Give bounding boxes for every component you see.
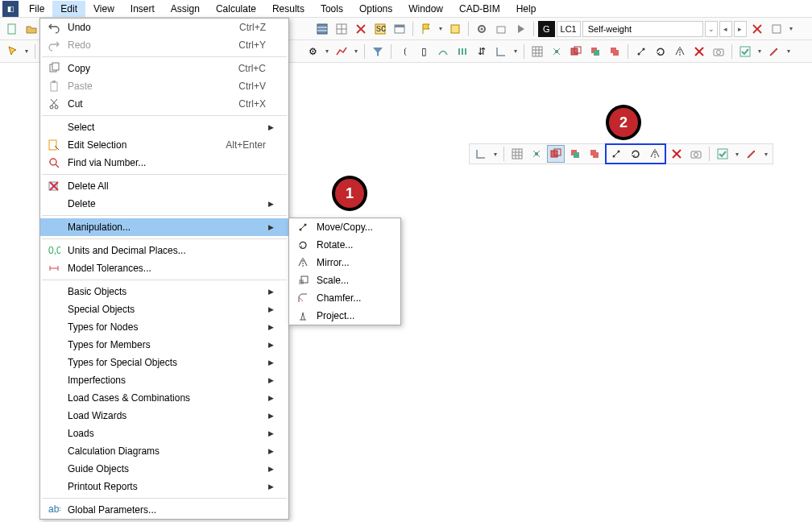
gear2-icon[interactable]: ⚙ [304,43,321,60]
menu-insert[interactable]: Insert [122,1,163,17]
dropdown-icon[interactable]: ▾ [762,151,770,158]
cursor-icon[interactable] [3,43,21,60]
pencil2-icon[interactable] [743,145,760,163]
menu-file[interactable]: File [21,1,52,17]
gear-icon[interactable] [473,20,491,38]
rotate-icon[interactable] [652,43,669,60]
edit-menu-units-and-decimal-places-[interactable]: 0,00Units and Decimal Places... [40,242,288,259]
edit-menu-types-for-special-objects[interactable]: Types for Special Objects▶ [40,354,288,371]
pencil-icon[interactable] [765,43,783,60]
menu-edit[interactable]: Edit [52,1,85,17]
dropdown-icon[interactable]: ▾ [352,48,360,55]
filter-icon[interactable] [369,43,387,60]
delete2-icon[interactable] [668,145,686,163]
copy-node-icon[interactable] [567,43,585,60]
support-icon[interactable] [434,43,452,60]
menu-assign[interactable]: Assign [163,1,208,17]
table-icon[interactable] [313,20,331,38]
check-icon[interactable] [736,43,754,60]
bars-icon[interactable] [454,43,471,60]
script-icon[interactable]: sc [371,20,389,38]
submenu-chamfer-[interactable]: Chamfer... [289,289,400,307]
open-icon[interactable] [23,20,40,38]
edit-menu-load-cases-combinations[interactable]: Load Cases & Combinations▶ [40,389,288,407]
copy-active-icon[interactable] [547,145,565,163]
edit-menu-load-wizards[interactable]: Load Wizards▶ [40,407,288,425]
edit-menu-guide-objects[interactable]: Guide Objects▶ [40,460,288,478]
dropdown-icon[interactable]: ▾ [512,48,520,55]
submenu-mirror-[interactable]: Mirror... [289,254,400,271]
copy-node2-icon[interactable] [586,43,604,60]
mirror2-icon[interactable] [646,145,664,163]
delete-icon[interactable] [690,43,708,60]
check2-icon[interactable] [714,145,731,163]
move2-icon[interactable] [607,145,625,163]
edit-menu-special-objects[interactable]: Special Objects▶ [40,300,288,318]
copy-b-icon[interactable] [566,145,584,163]
edit-menu-cut[interactable]: CutCtrl+X [40,95,288,113]
play-icon[interactable] [512,20,529,38]
corner-icon[interactable] [492,43,510,60]
mirror-icon[interactable] [671,43,689,60]
new-icon[interactable] [3,20,21,38]
edit-menu-global-parameters-[interactable]: ab=Global Parameters... [40,501,288,519]
lc-tool-icon[interactable] [768,20,785,38]
menu-view[interactable]: View [85,1,122,17]
submenu-move-copy-[interactable]: Move/Copy... [289,218,400,236]
camera2-icon[interactable] [687,145,705,163]
edit-menu-types-for-nodes[interactable]: Types for Nodes▶ [40,318,288,336]
move-icon[interactable] [632,43,650,60]
dropdown-icon[interactable]: ▾ [756,48,764,55]
rotate2-icon[interactable] [627,145,644,163]
edit-menu-delete-all[interactable]: Delete All [40,177,288,195]
edit-menu-copy[interactable]: CopyCtrl+C [40,60,288,77]
edit-menu-select[interactable]: Select▶ [40,118,288,136]
edit-menu-types-for-members[interactable]: Types for Members▶ [40,336,288,354]
edit-menu-undo[interactable]: UndoCtrl+Z [40,19,288,36]
edit-menu-manipulation-[interactable]: Manipulation...▶ [40,218,288,236]
grid-icon[interactable] [333,20,350,38]
dropdown-icon[interactable]: ▾ [491,151,499,158]
copy-node3-icon[interactable] [606,43,624,60]
edit-menu-imperfections[interactable]: Imperfections▶ [40,371,288,389]
grid2-icon[interactable] [528,43,546,60]
delete-lc-icon[interactable] [748,20,766,38]
flag2-icon[interactable] [446,20,464,38]
edit-menu-printout-reports[interactable]: Printout Reports▶ [40,478,288,495]
menu-tools[interactable]: Tools [313,1,351,17]
edit-menu-delete[interactable]: Delete▶ [40,195,288,213]
dropdown-icon[interactable]: ▾ [733,151,741,158]
loadcase-dropdown-icon[interactable]: ⌄ [705,21,718,37]
edit-menu-find-via-number-[interactable]: Find via Number... [40,154,288,172]
dropdown-icon[interactable]: ▾ [785,48,793,55]
edit-menu-basic-objects[interactable]: Basic Objects▶ [40,283,288,300]
next-loadcase-button[interactable]: ▸ [734,21,747,37]
dropdown-icon[interactable]: ▾ [787,25,795,32]
bracket1-icon[interactable]: ⟮ [396,43,413,60]
edit-menu-redo[interactable]: RedoCtrl+Y [40,36,288,54]
dropdown-icon[interactable]: ▾ [323,48,331,55]
menu-window[interactable]: Window [400,1,451,17]
submenu-rotate-[interactable]: Rotate... [289,236,400,254]
load-case-select[interactable]: Self-weight [582,21,703,37]
edit-menu-calculation-diagrams[interactable]: Calculation Diagrams▶ [40,442,288,460]
bracket2-icon[interactable]: ▯ [415,43,433,60]
window-icon[interactable] [391,20,408,38]
node-icon[interactable] [548,43,566,60]
submenu-scale-[interactable]: Scale... [289,271,400,289]
menu-results[interactable]: Results [264,1,313,17]
edit-menu-model-tolerances-[interactable]: Model Tolerances... [40,259,288,277]
edit-menu-paste[interactable]: PasteCtrl+V [40,77,288,95]
dropdown-icon[interactable]: ▾ [23,48,31,55]
arrows-icon[interactable]: ⇵ [473,43,491,60]
dropdown-icon[interactable]: ▾ [437,25,445,32]
grid3-icon[interactable] [508,145,526,163]
box-icon[interactable] [492,20,510,38]
corner2-icon[interactable] [472,145,490,163]
edit-menu-edit-selection[interactable]: Edit SelectionAlt+Enter [40,136,288,154]
submenu-project-[interactable]: Project... [289,307,400,325]
chart-icon[interactable] [333,43,350,60]
node2-icon[interactable] [528,145,545,163]
copy-c-icon[interactable] [586,145,603,163]
menu-options[interactable]: Options [351,1,400,17]
